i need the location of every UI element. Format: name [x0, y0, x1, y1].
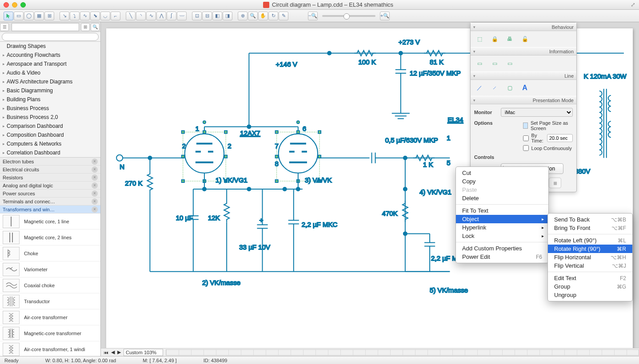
search-icon[interactable]: 🔍 [91, 23, 100, 31]
loop-checkbox[interactable] [523, 145, 529, 151]
ctx-fit-to-text[interactable]: Fit To Text [456, 206, 548, 215]
stencil-tab[interactable]: Power sources× [0, 190, 100, 198]
ellipse-tool[interactable]: ◯ [24, 12, 34, 20]
front-button[interactable]: ◧ [212, 12, 222, 20]
minimize-icon[interactable] [12, 2, 17, 8]
print-icon[interactable]: 🖶 [504, 34, 515, 44]
group-button[interactable]: ⊡ [192, 12, 202, 20]
zoom-fit-button[interactable]: ⊕ [238, 12, 248, 20]
ctx-copy[interactable]: Copy [456, 177, 548, 186]
shape-item[interactable]: Choke [0, 245, 100, 261]
freehand-tool[interactable]: 〰 [177, 12, 187, 20]
sub-group[interactable]: Group⌘G [548, 282, 632, 291]
connector-direct[interactable]: ↘ [60, 12, 69, 20]
sub-flip-horizontal[interactable]: Flip Horizontal⌥⌘H [548, 253, 632, 261]
sub-rotate-left[interactable]: Rotate Left (90°)⌘L [548, 236, 632, 245]
zoom-tool[interactable]: 🔍 [248, 12, 258, 20]
connector-round[interactable]: ◡ [100, 12, 110, 20]
close-icon[interactable]: × [92, 166, 98, 173]
sub-bring-to-front[interactable]: Bring To Front⌥⌘F [548, 224, 632, 232]
info-mode-3-icon[interactable]: ▭ [504, 58, 515, 69]
lock-icon[interactable]: 🔒 [489, 34, 500, 44]
info-mode-1-icon[interactable]: ▭ [474, 58, 485, 69]
bytime-input[interactable] [547, 134, 573, 142]
zoom-slider[interactable] [322, 15, 375, 17]
stencil-tab-active[interactable]: Transformers and win…× [0, 206, 100, 214]
library-category[interactable]: Correlation Dashboard [0, 148, 100, 157]
close-icon[interactable]: × [92, 174, 98, 181]
shape-item[interactable]: Magnetic core, 2 lines [0, 229, 100, 245]
sub-rotate-right[interactable]: Rotate Right (90°)⌘R [548, 245, 632, 253]
library-category[interactable]: Computers & Networks [0, 139, 100, 148]
bytime-checkbox[interactable] [523, 135, 529, 141]
stop-button[interactable]: ◼ [549, 178, 561, 188]
ctx-object[interactable]: Object [456, 215, 548, 223]
library-category[interactable]: Audio & Video [0, 68, 100, 77]
info-mode-2-icon[interactable]: ▭ [489, 58, 500, 69]
sub-edit-text[interactable]: Edit TextF2 [548, 274, 632, 282]
shape-item[interactable]: Magnetic-core transformer [0, 325, 100, 341]
zoom-in-button[interactable]: +🔍 [380, 12, 390, 20]
library-category[interactable]: Composition Dashboard [0, 131, 100, 139]
ctx-hyperlink[interactable]: Hyperlink [456, 223, 548, 232]
sub-send-to-back[interactable]: Send To Back⌥⌘B [548, 215, 632, 224]
ungroup-button[interactable]: ⊟ [202, 12, 212, 20]
monitor-select[interactable]: iMac [501, 108, 573, 117]
ctx-custom-properties[interactable]: Add Custom Properties [456, 244, 548, 253]
shape-item[interactable]: Magnetic core, 1 line [0, 214, 100, 229]
library-category[interactable]: Building Plans [0, 95, 100, 104]
expand-icon[interactable]: ⤢ [631, 1, 635, 8]
eyedropper-tool[interactable]: ✎ [279, 12, 288, 20]
shape-item[interactable]: Coaxial choke [0, 277, 100, 293]
line-style-icon[interactable]: ／ [474, 83, 485, 93]
library-category[interactable]: Aerospace and Transport [0, 59, 100, 68]
text-style-icon[interactable]: A [519, 83, 530, 93]
pointer-tool[interactable] [4, 12, 13, 20]
shape-item[interactable]: Air-core transformer [0, 309, 100, 325]
stencil-tab[interactable]: Resistors× [0, 174, 100, 182]
page-nav-first[interactable]: ⏮ [104, 350, 108, 355]
library-category[interactable]: Business Process [0, 104, 100, 113]
ctx-power-edit[interactable]: Power EditF6 [456, 253, 548, 261]
unlock-icon[interactable]: 🔓 [519, 34, 530, 44]
library-category[interactable]: AWS Architecture Diagrams [0, 77, 100, 86]
page-nav-prev[interactable]: ◀ [111, 349, 115, 355]
library-category[interactable]: Accounting Flowcharts [0, 51, 100, 59]
connector-bezier[interactable]: ∿ [80, 12, 90, 20]
ctx-delete[interactable]: Delete [456, 194, 548, 202]
connector-arc[interactable]: ⤵ [70, 12, 80, 20]
maximize-icon[interactable] [20, 2, 26, 8]
table-tool[interactable]: ⊞ [44, 12, 54, 20]
library-category[interactable]: Business Process 2,0 [0, 113, 100, 122]
library-category[interactable]: Comparison Dashboard [0, 122, 100, 131]
sub-ungroup[interactable]: Ungroup [548, 291, 632, 299]
bezier-tool[interactable]: ʃ [167, 12, 176, 20]
connector-smart[interactable]: ⬊ [90, 12, 100, 20]
library-category[interactable]: Basic Diagramming [0, 86, 100, 95]
shape-item[interactable]: Variometer [0, 261, 100, 277]
panel-header-presentation[interactable]: Presentation Mode [471, 96, 576, 104]
shadow-icon[interactable]: ▢ [504, 83, 515, 93]
ctx-lock[interactable]: Lock [456, 232, 548, 240]
grid-view-icon[interactable]: ⊞ [81, 23, 90, 31]
zoom-select[interactable]: Custom 103% [124, 349, 163, 356]
library-filter-input[interactable] [12, 23, 79, 31]
close-icon[interactable]: × [92, 198, 98, 205]
arc-tool[interactable]: ◝ [136, 12, 146, 20]
ctx-cut[interactable]: Cut [456, 169, 548, 177]
close-icon[interactable]: × [92, 206, 98, 213]
pan-tool[interactable]: ✋ [258, 12, 268, 20]
shape-item[interactable]: Transductor [0, 293, 100, 309]
line-tool[interactable]: ╲ [126, 12, 136, 20]
page-nav-next[interactable]: ▶ [117, 349, 121, 355]
connector-ortho[interactable]: ⌐ [111, 12, 120, 20]
resize-icon[interactable]: ⬚ [474, 34, 485, 44]
stencil-tab[interactable]: Electrical circuits× [0, 166, 100, 174]
shape-item[interactable]: Air-core transformer, 1 windi [0, 341, 100, 356]
close-icon[interactable]: × [92, 190, 98, 197]
close-icon[interactable] [4, 2, 9, 8]
panel-header-line[interactable]: Line [471, 71, 576, 80]
text-tool[interactable]: ▦ [34, 12, 44, 20]
stencil-tab[interactable]: Terminals and connec…× [0, 198, 100, 206]
zoom-out-button[interactable]: −🔍 [308, 12, 318, 20]
